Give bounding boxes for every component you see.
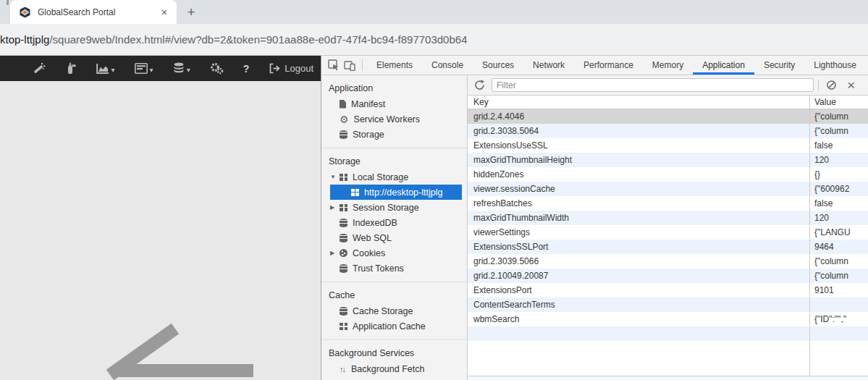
value-column-header[interactable]: Value bbox=[809, 97, 836, 107]
storage-value-cell[interactable]: 9464 bbox=[809, 242, 868, 252]
panels-menu-button[interactable] bbox=[135, 62, 153, 75]
storage-row-viewersettings[interactable]: viewerSettings{"LANGU bbox=[468, 225, 868, 240]
storage-key-cell[interactable]: maxGridThumbnailHeight bbox=[468, 155, 809, 165]
storage-key-cell[interactable]: grid.2.3039.5066 bbox=[468, 256, 809, 266]
storage-value-cell[interactable]: {"column bbox=[809, 256, 868, 266]
gears-icon[interactable] bbox=[210, 62, 224, 75]
sidebar-item-web-sql[interactable]: Web SQL bbox=[321, 230, 467, 245]
sidebar-item-http-desktop-lttjplg[interactable]: http://desktop-lttjplg bbox=[330, 185, 462, 200]
storage-value-cell[interactable]: {"column bbox=[809, 111, 868, 122]
devtools-tab-application[interactable]: Application bbox=[693, 56, 754, 75]
sidebar-item-trust-tokens[interactable]: Trust Tokens bbox=[321, 261, 467, 276]
tree-collapsed-arrow-icon[interactable] bbox=[330, 250, 340, 256]
tree-collapsed-arrow-icon[interactable] bbox=[330, 204, 340, 211]
storage-row-grid-2-3038-5064[interactable]: grid.2.3038.5064{"column bbox=[468, 124, 868, 138]
toolbar-divider bbox=[362, 59, 363, 71]
storage-row-hiddenzones[interactable]: hiddenZones{} bbox=[468, 167, 868, 182]
devtools-tab-network[interactable]: Network bbox=[523, 56, 574, 75]
storage-row-grid-2-10049-20087[interactable]: grid.2.10049.20087{"column bbox=[468, 269, 868, 283]
storage-key-cell[interactable]: viewerSettings bbox=[468, 227, 809, 237]
database-icon bbox=[340, 307, 347, 316]
logout-label: Logout bbox=[285, 63, 313, 74]
updown-icon bbox=[340, 365, 346, 373]
storage-key-cell[interactable]: wbmSearch bbox=[468, 314, 809, 324]
sidebar-item-cache-storage[interactable]: Cache Storage bbox=[321, 303, 467, 318]
storage-row-grid-2-4-4046[interactable]: grid.2.4.4046{"column bbox=[468, 109, 868, 124]
storage-key-cell[interactable]: refreshBatches bbox=[468, 198, 809, 208]
storage-value-cell[interactable]: {"column bbox=[809, 271, 868, 281]
chart-icon bbox=[96, 63, 109, 75]
storage-key-cell[interactable]: ContentSearchTerms bbox=[468, 300, 809, 310]
devtools-tab-security[interactable]: Security bbox=[754, 56, 804, 75]
sidebar-item-storage[interactable]: Storage bbox=[321, 127, 467, 142]
storage-value-cell[interactable]: 120 bbox=[809, 155, 868, 165]
browser-tab[interactable]: GlobalSearch Portal × bbox=[10, 0, 177, 24]
devtools-tab-lighthouse[interactable]: Lighthouse bbox=[804, 56, 866, 75]
extinguisher-icon[interactable] bbox=[65, 62, 77, 75]
storage-value-cell[interactable]: false bbox=[809, 198, 868, 208]
storage-value-cell[interactable]: {"ID":""," bbox=[809, 314, 868, 324]
column-divider[interactable] bbox=[809, 96, 810, 376]
storage-row-maxgridthumbnailwidth[interactable]: maxGridThumbnailWidth120 bbox=[468, 211, 868, 225]
storage-row-extensionssslport[interactable]: ExtensionsSSLPort9464 bbox=[468, 240, 868, 254]
address-bar[interactable]: ktop-lttjplg/square9web/Index.html#/view… bbox=[0, 24, 868, 56]
storage-value-cell[interactable]: {} bbox=[809, 169, 868, 180]
storage-row-maxgridthumbnailheight[interactable]: maxGridThumbnailHeight120 bbox=[468, 153, 868, 167]
sidebar-item-cookies[interactable]: Cookies bbox=[321, 245, 467, 261]
refresh-icon[interactable] bbox=[472, 80, 487, 90]
inspect-element-icon[interactable] bbox=[326, 59, 342, 71]
sidebar-item-application-cache[interactable]: Application Cache bbox=[321, 318, 467, 334]
new-tab-button[interactable]: + bbox=[182, 4, 200, 21]
wand-icon[interactable] bbox=[33, 62, 46, 75]
sidebar-item-indexeddb[interactable]: IndexedDB bbox=[321, 215, 467, 230]
storage-value-cell[interactable]: 120 bbox=[809, 213, 868, 223]
devtools-tab-memory[interactable]: Memory bbox=[643, 56, 693, 75]
storage-row-extensionsusessl[interactable]: ExtensionsUseSSLfalse bbox=[468, 138, 868, 153]
sidebar-item-service-workers[interactable]: Service Workers bbox=[321, 111, 467, 127]
sidebar-item-background-fetch[interactable]: Background Fetch bbox=[321, 361, 467, 376]
storage-value-cell[interactable]: {"column bbox=[809, 126, 868, 136]
storage-key-cell[interactable]: hiddenZones bbox=[468, 169, 809, 180]
storage-value-cell[interactable]: {"600962 bbox=[809, 184, 868, 194]
chart-menu-button[interactable] bbox=[96, 62, 115, 75]
devtools-tab-elements[interactable]: Elements bbox=[367, 56, 422, 75]
delete-selected-icon[interactable]: × bbox=[847, 80, 855, 91]
storage-key-cell[interactable]: ExtensionsUseSSL bbox=[468, 140, 809, 151]
storage-key-cell[interactable]: grid.2.10049.20087 bbox=[468, 271, 809, 281]
help-icon[interactable]: ? bbox=[243, 63, 250, 75]
logout-icon bbox=[269, 63, 280, 74]
key-column-header[interactable]: Key bbox=[468, 97, 809, 107]
sidebar-item-session-storage[interactable]: Session Storage bbox=[321, 200, 467, 215]
devtools-tab-sources[interactable]: Sources bbox=[473, 56, 523, 75]
storage-row-grid-2-3039-5066[interactable]: grid.2.3039.5066{"column bbox=[468, 254, 868, 269]
storage-row-refreshbatches[interactable]: refreshBatchesfalse bbox=[468, 196, 868, 211]
devtools-tab-console[interactable]: Console bbox=[422, 56, 473, 75]
storage-key-cell[interactable]: maxGridThumbnailWidth bbox=[468, 213, 809, 223]
sidebar-item-manifest[interactable]: Manifest bbox=[321, 96, 467, 111]
tree-expanded-arrow-icon[interactable] bbox=[330, 174, 340, 180]
storage-value-cell[interactable]: 9101 bbox=[809, 285, 868, 295]
storage-value-cell[interactable]: {"LANGU bbox=[809, 227, 868, 237]
devtools-tab-performance[interactable]: Performance bbox=[574, 56, 643, 75]
clear-all-icon[interactable] bbox=[824, 80, 839, 90]
storage-key-cell[interactable]: grid.2.3038.5064 bbox=[468, 126, 809, 136]
storage-row-wbmsearch[interactable]: wbmSearch{"ID":""," bbox=[468, 312, 868, 326]
grid-bottom-scrollbar[interactable] bbox=[468, 376, 868, 380]
storage-key-cell[interactable]: grid.2.4.4046 bbox=[468, 111, 809, 122]
storage-key-cell[interactable]: ExtensionsPort bbox=[468, 285, 809, 295]
sidebar-item-local-storage[interactable]: Local Storage bbox=[321, 169, 467, 185]
storage-row-extensionsport[interactable]: ExtensionsPort9101 bbox=[468, 283, 868, 297]
storage-key-cell[interactable]: ExtensionsSSLPort bbox=[468, 242, 809, 252]
database-menu-button[interactable] bbox=[173, 62, 190, 75]
storage-row-viewer-sessioncache[interactable]: viewer.sessionCache{"600962 bbox=[468, 182, 868, 196]
storage-value-cell[interactable]: false bbox=[809, 140, 868, 151]
devtools-tabs: ElementsConsoleSourcesNetworkPerformance… bbox=[367, 56, 866, 75]
storage-key-cell[interactable]: viewer.sessionCache bbox=[468, 184, 809, 194]
device-toolbar-icon[interactable] bbox=[342, 60, 358, 71]
filter-input[interactable] bbox=[492, 78, 814, 92]
close-tab-icon[interactable]: × bbox=[158, 6, 171, 19]
storage-grid-header: Key Value bbox=[468, 96, 868, 109]
wand-icon bbox=[33, 62, 46, 75]
logout-button[interactable]: Logout bbox=[269, 63, 313, 74]
storage-row-contentsearchterms[interactable]: ContentSearchTerms bbox=[468, 297, 868, 312]
